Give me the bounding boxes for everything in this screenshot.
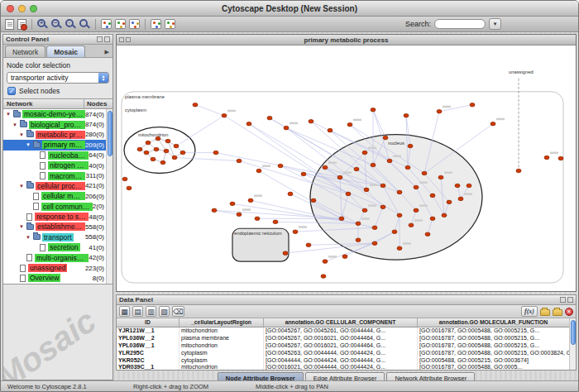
graph-node[interactable] [283, 251, 288, 256]
graph-node[interactable] [414, 185, 419, 189]
graph-node[interactable] [467, 184, 471, 188]
graph-node[interactable] [127, 186, 132, 190]
tree-expander-icon[interactable]: ▼ [5, 112, 12, 117]
column-header[interactable]: annotation.GO CELLULAR_COMPONENT [264, 318, 418, 327]
graph-node[interactable] [323, 260, 328, 264]
table-cell[interactable]: YDR039C__1 [117, 364, 179, 370]
table-cell[interactable]: [GO:0045267, GO:0016021, GO:0044464, G..… [264, 342, 418, 350]
tree-network-column-header[interactable]: Network [3, 99, 84, 108]
graph-node[interactable] [255, 217, 260, 221]
graph-node[interactable] [438, 175, 443, 179]
graph-node[interactable] [246, 122, 251, 126]
table-scrollbar-thumb[interactable] [571, 320, 576, 345]
create-attribute-icon[interactable]: ▤ [132, 306, 143, 317]
graph-node[interactable] [273, 220, 278, 224]
clear-selection-icon[interactable]: ✕ [565, 308, 573, 316]
table-cell[interactable]: [GO:0016787, GO:0005488, GO:0005215, GO:… [418, 350, 569, 357]
graph-node[interactable] [380, 205, 385, 209]
table-cell[interactable]: [GO:0016787, GO:0005488, GO:0005... [418, 364, 569, 370]
graph-node[interactable] [337, 175, 342, 179]
table-row[interactable]: YDR039C__1mitochondrion[GO:0016021, GO:0… [117, 364, 569, 370]
tree-row[interactable]: ▼primary metabolic process209(0) [3, 140, 106, 150]
table-cell[interactable]: YJR121W__1 [117, 327, 179, 335]
select-attributes-icon[interactable]: ▦ [119, 306, 130, 317]
zoom-in-icon[interactable]: + [37, 19, 45, 27]
graph-node[interactable] [356, 222, 361, 226]
graph-node[interactable] [213, 151, 218, 155]
graph-node[interactable] [544, 155, 549, 160]
tab-mosaic[interactable]: Mosaic [46, 45, 85, 57]
graph-node[interactable] [392, 230, 397, 234]
save-session-icon[interactable] [5, 19, 14, 30]
graph-node[interactable] [144, 151, 149, 155]
close-window-button[interactable] [7, 5, 14, 12]
zoom-window-button[interactable] [30, 5, 37, 12]
graph-node[interactable] [237, 159, 242, 163]
graph-node[interactable] [387, 159, 392, 163]
graph-node[interactable] [372, 226, 377, 230]
graph-node[interactable] [490, 122, 495, 126]
open-attributes-folder-icon[interactable] [553, 309, 562, 316]
graph-node[interactable] [516, 169, 521, 173]
graph-node[interactable] [372, 241, 377, 246]
tree-row[interactable]: response to stimulus48(0) [3, 212, 106, 222]
graph-node[interactable] [405, 165, 410, 170]
vizmapper-icon[interactable] [151, 19, 161, 29]
graph-node[interactable] [165, 139, 170, 143]
graph-node[interactable] [558, 156, 563, 160]
table-cell[interactable]: YPL036W__1 [117, 342, 179, 350]
graph-node[interactable] [172, 155, 177, 160]
table-cell[interactable]: cytoplasm [179, 350, 264, 357]
graph-node[interactable] [404, 113, 409, 117]
graph-node[interactable] [284, 126, 289, 130]
graph-node[interactable] [193, 103, 198, 107]
tree-expander-icon[interactable]: ▼ [18, 132, 25, 137]
tree-row[interactable]: secretion41(0) [3, 242, 106, 252]
graph-node[interactable] [301, 172, 306, 176]
graph-node[interactable] [137, 147, 142, 151]
graph-node[interactable] [151, 157, 156, 161]
tree-row[interactable]: ▼biological_process874(0) [3, 119, 106, 129]
search-input[interactable] [434, 19, 486, 29]
graph-node[interactable] [430, 217, 435, 221]
table-cell[interactable]: [GO:0045267, GO:0045261, GO:0044444, G..… [264, 327, 418, 335]
tree-row[interactable]: cellular metabolic process206(0) [3, 191, 106, 201]
table-cell[interactable]: YLR295C [117, 350, 179, 357]
tree-expander-icon[interactable]: ▼ [18, 184, 25, 189]
graph-node[interactable] [397, 190, 402, 194]
table-cell[interactable]: [GO:0016021, GO:0044444, GO:0044424, G..… [264, 364, 418, 370]
function-builder-button[interactable]: f(x) [521, 306, 538, 317]
graph-node[interactable] [156, 136, 160, 141]
float-panel-icon[interactable] [97, 36, 103, 42]
table-cell[interactable]: [GO:0005488, GO:0005215, GO:0003674] [418, 357, 569, 365]
table-cell[interactable]: [GO:0016787, GO:0005488, GO:0005215, G..… [418, 342, 569, 350]
graph-node[interactable] [311, 198, 316, 203]
graph-node[interactable] [437, 109, 442, 113]
zoom-out-icon[interactable]: − [51, 19, 60, 27]
tree-row[interactable]: ▼establishment of localization558(0) [3, 222, 106, 232]
tab-network[interactable]: Network [5, 45, 45, 57]
graph-node[interactable] [328, 128, 333, 132]
tree-row[interactable]: unassigned223(0) [3, 263, 106, 273]
table-cell[interactable]: [GO:0044444, GO:0044424, GO:0044444, G..… [264, 357, 418, 365]
graph-node[interactable] [174, 144, 179, 148]
tree-row[interactable]: nucleobase, nucleoside, nucleotide and n… [3, 151, 106, 160]
import-file-icon[interactable] [17, 19, 26, 30]
column-header[interactable]: ID [117, 318, 179, 327]
tree-row[interactable]: ▼cellular process421(0) [3, 181, 106, 191]
tree-row[interactable]: multi-organism process42(0) [3, 252, 106, 262]
clear-table-icon[interactable]: ⌫ [172, 306, 184, 317]
graph-node[interactable] [212, 208, 217, 213]
graph-node[interactable] [293, 230, 298, 234]
graph-node[interactable] [267, 116, 272, 120]
tree-expander-icon[interactable]: ▼ [18, 224, 25, 229]
table-cell[interactable]: [GO:0016787, GO:0005488, GO:0005215, G..… [418, 327, 569, 335]
tree-row[interactable]: ▼mosaic-demo-yeast874(0) [3, 109, 106, 119]
minimize-window-button[interactable] [18, 5, 26, 12]
graph-node[interactable] [362, 208, 367, 213]
apply-layout-icon[interactable] [129, 19, 140, 29]
tree-row[interactable]: cell communication2(0) [3, 202, 106, 212]
network-window-button-icon[interactable] [119, 37, 124, 42]
graph-node[interactable] [306, 243, 311, 247]
graph-node[interactable] [430, 194, 435, 198]
